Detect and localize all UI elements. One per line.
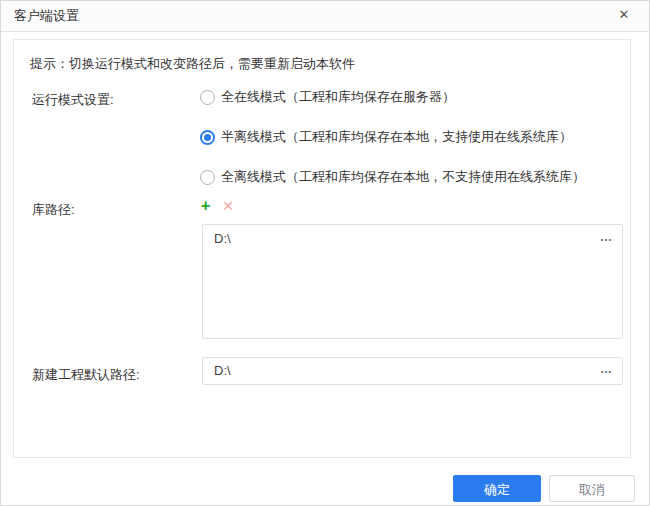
radio-icon[interactable] — [200, 170, 215, 185]
library-path-label: 库路径: — [32, 201, 75, 219]
library-path-list-item[interactable]: D:\ … — [203, 225, 622, 253]
library-path-list[interactable]: D:\ … — [202, 224, 623, 339]
radio-option-full-online[interactable]: 全在线模式（工程和库均保存在服务器） — [200, 88, 455, 106]
radio-option-label: 半离线模式（工程和库均保存在本地，支持使用在线系统库） — [221, 128, 572, 146]
radio-option-semi-offline[interactable]: 半离线模式（工程和库均保存在本地，支持使用在线系统库） — [200, 128, 572, 146]
delete-path-icon[interactable]: ✕ — [222, 199, 234, 213]
restart-hint-text: 提示：切换运行模式和改变路径后，需要重新启动本软件 — [30, 55, 355, 73]
library-path-value: D:\ — [214, 231, 231, 246]
run-mode-label: 运行模式设置: — [32, 91, 114, 109]
browse-ellipsis-button[interactable]: … — [600, 358, 613, 384]
dialog-title: 客户端设置 — [14, 7, 79, 25]
radio-option-full-offline[interactable]: 全离线模式（工程和库均保存在本地，不支持使用在线系统库） — [200, 168, 585, 186]
default-project-path-value: D:\ — [214, 358, 231, 384]
cancel-button[interactable]: 取消 — [549, 475, 635, 502]
default-project-path-input[interactable]: D:\ … — [202, 357, 623, 385]
radio-option-label: 全离线模式（工程和库均保存在本地，不支持使用在线系统库） — [221, 168, 585, 186]
client-settings-dialog: 客户端设置 ✕ 提示：切换运行模式和改变路径后，需要重新启动本软件 运行模式设置… — [0, 0, 650, 506]
close-icon[interactable]: ✕ — [616, 8, 632, 24]
radio-icon[interactable] — [200, 130, 215, 145]
default-project-path-label: 新建工程默认路径: — [32, 366, 140, 384]
radio-icon[interactable] — [200, 90, 215, 105]
ok-button[interactable]: 确定 — [453, 475, 541, 502]
radio-option-label: 全在线模式（工程和库均保存在服务器） — [221, 88, 455, 106]
content-panel: 提示：切换运行模式和改变路径后，需要重新启动本软件 运行模式设置: 全在线模式（… — [13, 39, 631, 458]
browse-ellipsis-button[interactable]: … — [600, 225, 613, 253]
library-path-toolbar: + ✕ — [201, 198, 234, 214]
add-path-icon[interactable]: + — [201, 198, 210, 214]
title-bar: 客户端设置 ✕ — [1, 1, 649, 32]
